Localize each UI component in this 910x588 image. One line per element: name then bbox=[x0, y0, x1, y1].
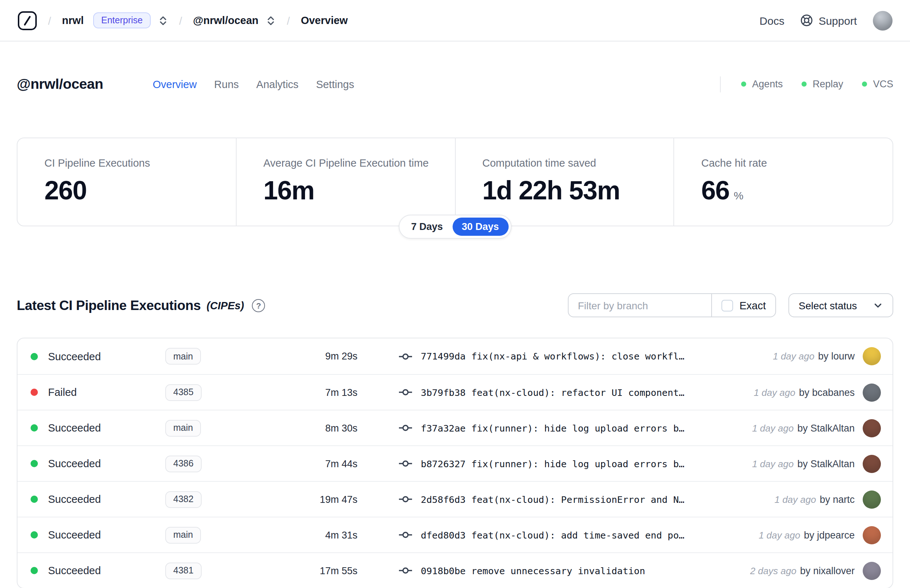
status-label: Succeeded bbox=[48, 529, 101, 541]
duration: 19m 47s bbox=[292, 494, 357, 505]
legend-dot bbox=[741, 81, 746, 87]
tab-runs[interactable]: Runs bbox=[214, 78, 239, 90]
relative-time: 1 day ago bbox=[752, 458, 794, 469]
tab-overview[interactable]: Overview bbox=[152, 78, 197, 90]
tab-settings[interactable]: Settings bbox=[316, 78, 354, 90]
stat-value: 16m bbox=[263, 174, 442, 206]
branch-badge[interactable]: 4386 bbox=[165, 455, 202, 472]
relative-time: 1 day ago bbox=[758, 530, 800, 540]
breadcrumb-workspace[interactable]: @nrwl/ocean bbox=[193, 15, 259, 26]
branch-cell: 4382 bbox=[165, 491, 292, 507]
status-dot bbox=[31, 496, 38, 503]
stat-card: Cache hit rate 66% bbox=[674, 138, 893, 226]
commit-message[interactable]: f37a32ae fix(runner): hide log upload er… bbox=[421, 422, 684, 433]
commit-cell: 771499da fix(nx-api & workflows): close … bbox=[398, 349, 760, 363]
status-select-button[interactable]: Select status bbox=[789, 293, 893, 317]
range-option-7-days[interactable]: 7 Days bbox=[401, 218, 452, 236]
nx-cloud-logo[interactable] bbox=[18, 11, 37, 30]
top-nav-actions: Docs Support bbox=[760, 11, 892, 30]
meta-cell: 1 day ago by bcabanes bbox=[754, 383, 881, 401]
legend-wrap: AgentsReplayVCS bbox=[720, 76, 893, 92]
cipes-header: Latest CI Pipeline Executions (CIPEs) ? … bbox=[0, 293, 910, 317]
commit-message[interactable]: 0918b0be remove unnecessary invalidation bbox=[421, 565, 645, 576]
commit-cell: dfed80d3 feat(nx-cloud): add time-saved … bbox=[398, 528, 745, 542]
workspace-switcher-icon[interactable] bbox=[266, 15, 276, 26]
cipe-row[interactable]: Succeeded 4386 7m 44s b8726327 fix(runne… bbox=[18, 445, 892, 481]
legend-label: Replay bbox=[813, 79, 843, 89]
legend-label: VCS bbox=[873, 79, 893, 89]
breadcrumb: / nrwl Enterprise / @nrwl/ocean / Overvi… bbox=[18, 11, 348, 30]
meta-cell: 1 day ago by StalkAltan bbox=[752, 454, 881, 473]
commit-message[interactable]: 771499da fix(nx-api & workflows): close … bbox=[421, 351, 684, 362]
legend-item-replay[interactable]: Replay bbox=[802, 79, 843, 89]
author-avatar bbox=[863, 490, 881, 508]
branch-cell: 4386 bbox=[165, 455, 292, 472]
duration: 17m 55s bbox=[292, 565, 357, 576]
cipe-row[interactable]: Succeeded main 4m 31s dfed80d3 feat(nx-c… bbox=[18, 517, 892, 552]
branch-badge[interactable]: main bbox=[165, 527, 201, 543]
commit-message[interactable]: 3b79fb38 feat(nx-cloud): refactor UI com… bbox=[421, 387, 684, 398]
exact-toggle[interactable]: Exact bbox=[711, 294, 775, 317]
commit-cell: b8726327 fix(runner): hide log upload er… bbox=[398, 456, 739, 471]
cipe-row[interactable]: Succeeded main 8m 30s f37a32ae fix(runne… bbox=[18, 410, 892, 445]
range-option-30-days[interactable]: 30 Days bbox=[453, 218, 509, 236]
author: by nixallover bbox=[800, 565, 855, 576]
cipe-row[interactable]: Failed 4385 7m 13s 3b79fb38 feat(nx-clou… bbox=[18, 374, 892, 410]
status-select-label: Select status bbox=[798, 299, 857, 311]
git-commit-icon bbox=[398, 421, 413, 435]
relative-time: 2 days ago bbox=[750, 565, 797, 576]
branch-badge[interactable]: main bbox=[165, 420, 201, 436]
tab-analytics[interactable]: Analytics bbox=[256, 78, 299, 90]
git-commit-icon bbox=[398, 349, 413, 363]
branch-badge[interactable]: 4385 bbox=[165, 384, 202, 401]
exact-checkbox[interactable] bbox=[721, 299, 733, 311]
author: by lourw bbox=[818, 351, 855, 362]
docs-link[interactable]: Docs bbox=[760, 14, 784, 27]
stat-label: Average CI Pipeline Execution time bbox=[263, 157, 442, 169]
legend-dot bbox=[802, 81, 807, 87]
author-avatar bbox=[863, 383, 881, 401]
stat-card: Computation time saved 1d 22h 53m bbox=[455, 138, 674, 226]
author: by jdpearce bbox=[804, 530, 855, 540]
branch-cell: main bbox=[165, 527, 292, 543]
filter-branch-input[interactable] bbox=[568, 294, 711, 317]
stat-number: 66 bbox=[701, 175, 729, 205]
status-cell: Succeeded bbox=[31, 351, 165, 362]
breadcrumb-org[interactable]: nrwl bbox=[62, 15, 84, 26]
nx-cloud-app: / nrwl Enterprise / @nrwl/ocean / Overvi… bbox=[0, 0, 910, 588]
stat-label: Computation time saved bbox=[482, 157, 661, 169]
user-avatar[interactable] bbox=[873, 11, 892, 30]
cipe-row[interactable]: Succeeded 4382 19m 47s 2d58f6d3 feat(nx-… bbox=[18, 481, 892, 517]
git-commit-icon bbox=[398, 385, 413, 399]
help-icon[interactable]: ? bbox=[252, 299, 265, 312]
top-nav: / nrwl Enterprise / @nrwl/ocean / Overvi… bbox=[0, 0, 910, 42]
breadcrumb-page: Overview bbox=[301, 15, 348, 26]
cipe-row[interactable]: Succeeded 4381 17m 55s 0918b0be remove u… bbox=[18, 552, 892, 588]
branch-cell: 4381 bbox=[165, 562, 292, 579]
legend-item-agents[interactable]: Agents bbox=[741, 79, 782, 89]
commit-message[interactable]: dfed80d3 feat(nx-cloud): add time-saved … bbox=[421, 530, 684, 540]
status-dot bbox=[31, 531, 38, 538]
commit-cell: 2d58f6d3 feat(nx-cloud): PermissionError… bbox=[398, 492, 761, 507]
stat-card: CI Pipeline Executions 260 bbox=[18, 138, 236, 226]
legend-item-vcs[interactable]: VCS bbox=[862, 79, 893, 89]
stats-section: CI Pipeline Executions 260 Average CI Pi… bbox=[17, 137, 893, 226]
branch-cell: main bbox=[165, 420, 292, 436]
commit-message[interactable]: b8726327 fix(runner): hide log upload er… bbox=[421, 458, 684, 469]
legend-divider bbox=[720, 76, 721, 92]
stat-number: 16m bbox=[263, 175, 315, 205]
status-dot bbox=[31, 424, 38, 431]
status-label: Succeeded bbox=[48, 351, 101, 362]
support-button[interactable]: Support bbox=[800, 14, 857, 27]
branch-filter-group: Exact bbox=[567, 293, 776, 317]
org-switcher-icon[interactable] bbox=[158, 15, 168, 26]
relative-time: 1 day ago bbox=[754, 387, 795, 398]
branch-cell: main bbox=[165, 348, 292, 365]
stat-value: 1d 22h 53m bbox=[482, 174, 661, 206]
branch-badge[interactable]: main bbox=[165, 348, 201, 365]
commit-message[interactable]: 2d58f6d3 feat(nx-cloud): PermissionError… bbox=[421, 494, 684, 505]
author: by bcabanes bbox=[799, 387, 855, 398]
cipe-row[interactable]: Succeeded main 9m 29s 771499da fix(nx-ap… bbox=[18, 338, 892, 374]
branch-badge[interactable]: 4381 bbox=[165, 562, 202, 579]
branch-badge[interactable]: 4382 bbox=[165, 491, 202, 507]
